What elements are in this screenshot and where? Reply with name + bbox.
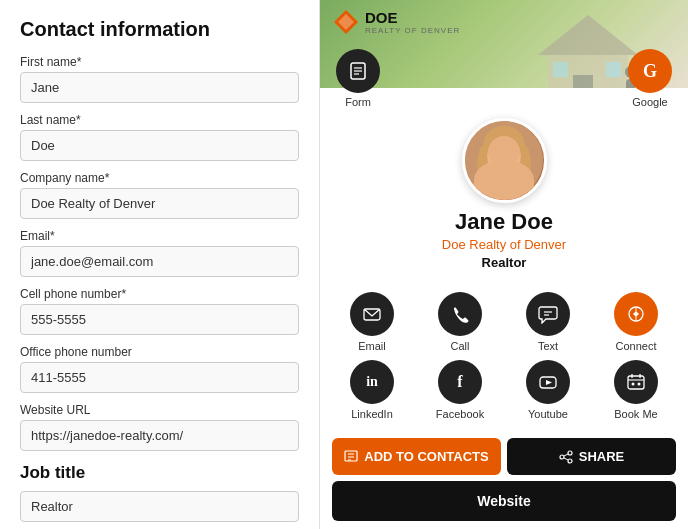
bookme-social-circle	[614, 360, 658, 404]
svg-rect-33	[628, 376, 644, 389]
card-body: Jane Doe Doe Realty of Denver Realtor	[320, 203, 688, 282]
call-social-label: Call	[451, 340, 470, 352]
company-name-display: Doe Realty of Denver	[336, 237, 672, 252]
first-name-group: First name*	[20, 55, 299, 103]
connect-social-label: Connect	[616, 340, 657, 352]
svg-point-19	[477, 144, 494, 181]
facebook-social-item[interactable]: f Facebook	[420, 360, 500, 420]
svg-point-25	[478, 181, 530, 203]
google-label: Google	[632, 96, 667, 108]
google-icon-letter: G	[643, 61, 657, 82]
form-icon	[348, 61, 368, 81]
email-social-label: Email	[358, 340, 386, 352]
add-to-contacts-label: ADD TO CONTACTS	[364, 449, 488, 464]
email-label: Email*	[20, 229, 299, 243]
logo-text-block: DOE REALTY OF DENVER	[365, 9, 460, 35]
text-social-label: Text	[538, 340, 558, 352]
youtube-social-item[interactable]: Youtube	[508, 360, 588, 420]
call-social-item[interactable]: Call	[420, 292, 500, 352]
svg-marker-32	[546, 380, 552, 385]
svg-line-47	[564, 458, 568, 460]
contact-form-panel: Contact information First name* Last nam…	[0, 0, 320, 529]
text-social-icon	[538, 304, 558, 324]
connect-social-circle	[614, 292, 658, 336]
office-phone-label: Office phone number	[20, 345, 299, 359]
office-phone-input[interactable]	[20, 362, 299, 393]
email-group: Email*	[20, 229, 299, 277]
svg-point-38	[638, 383, 641, 386]
cell-phone-label: Cell phone number*	[20, 287, 299, 301]
text-social-item[interactable]: Text	[508, 292, 588, 352]
form-action[interactable]: Form	[336, 49, 380, 108]
logo-diamond-icon	[332, 8, 360, 36]
form-title: Contact information	[20, 18, 299, 41]
first-name-input[interactable]	[20, 72, 299, 103]
linkedin-social-circle: in	[350, 360, 394, 404]
company-name-label: Company name*	[20, 171, 299, 185]
svg-line-46	[564, 454, 568, 456]
website-button[interactable]: Website	[332, 481, 676, 521]
svg-point-37	[632, 383, 635, 386]
bookme-social-item[interactable]: Book Me	[596, 360, 676, 420]
add-to-contacts-button[interactable]: ADD TO CONTACTS	[332, 438, 501, 475]
email-social-item[interactable]: Email	[332, 292, 412, 352]
linkedin-social-item[interactable]: in LinkedIn	[332, 360, 412, 420]
call-social-circle	[438, 292, 482, 336]
bottom-action-buttons: ADD TO CONTACTS SHARE	[320, 430, 688, 481]
job-title-section: Job title	[20, 463, 299, 483]
card-header: DOE REALTY OF DENVER	[320, 0, 688, 88]
top-actions-bar: Form G Google	[320, 49, 688, 108]
svg-point-43	[568, 451, 572, 455]
facebook-social-circle: f	[438, 360, 482, 404]
google-circle: G	[628, 49, 672, 93]
company-name-input[interactable]	[20, 188, 299, 219]
company-name-group: Company name*	[20, 171, 299, 219]
svg-rect-24	[498, 174, 509, 188]
facebook-icon-letter: f	[457, 373, 462, 391]
website-url-label: Website URL	[20, 403, 299, 417]
form-circle	[336, 49, 380, 93]
connect-social-icon	[626, 304, 646, 324]
svg-point-21	[487, 138, 520, 175]
youtube-social-label: Youtube	[528, 408, 568, 420]
last-name-group: Last name*	[20, 113, 299, 161]
connect-social-item[interactable]: Connect	[596, 292, 676, 352]
office-phone-group: Office phone number	[20, 345, 299, 393]
facebook-social-label: Facebook	[436, 408, 484, 420]
cell-phone-group: Cell phone number*	[20, 287, 299, 335]
profile-photo-wrapper	[320, 118, 688, 203]
website-url-input[interactable]	[20, 420, 299, 451]
linkedin-social-label: LinkedIn	[351, 408, 393, 420]
share-button[interactable]: SHARE	[507, 438, 676, 475]
social-icons-grid: Email Call Text	[320, 282, 688, 430]
bookme-social-icon	[626, 372, 646, 392]
svg-point-23	[507, 151, 513, 156]
share-label: SHARE	[579, 449, 625, 464]
profile-photo	[462, 118, 547, 203]
email-social-icon	[362, 304, 382, 324]
email-input[interactable]	[20, 246, 299, 277]
svg-point-44	[560, 455, 564, 459]
youtube-social-circle	[526, 360, 570, 404]
logo-area: DOE REALTY OF DENVER	[332, 8, 460, 36]
logo-sub-text: REALTY OF DENVER	[365, 26, 460, 35]
profile-avatar-svg	[465, 118, 544, 203]
job-title-input[interactable]	[20, 491, 299, 522]
svg-point-18	[483, 126, 524, 163]
add-contacts-icon	[344, 450, 358, 464]
email-social-circle	[350, 292, 394, 336]
first-name-label: First name*	[20, 55, 299, 69]
linkedin-icon-letter: in	[366, 374, 378, 390]
person-name: Jane Doe	[336, 209, 672, 235]
job-title-group	[20, 491, 299, 522]
last-name-label: Last name*	[20, 113, 299, 127]
google-action[interactable]: G Google	[628, 49, 672, 108]
call-social-icon	[450, 304, 470, 324]
card-preview-panel: DOE REALTY OF DENVER	[320, 0, 688, 529]
logo-main-text: DOE	[365, 9, 460, 26]
youtube-social-icon	[538, 372, 558, 392]
bookme-social-label: Book Me	[614, 408, 657, 420]
cell-phone-input[interactable]	[20, 304, 299, 335]
share-icon	[559, 450, 573, 464]
last-name-input[interactable]	[20, 130, 299, 161]
